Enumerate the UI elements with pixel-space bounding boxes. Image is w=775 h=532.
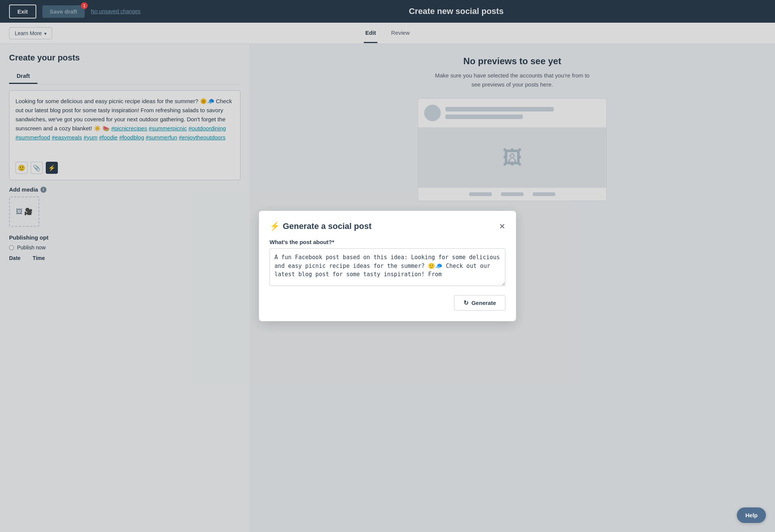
modal-title-text: Generate a social post	[283, 221, 372, 231]
modal-title: ⚡ Generate a social post	[270, 221, 372, 231]
generate-label: Generate	[471, 300, 496, 306]
modal-overlay: ⚡ Generate a social post ✕ What's the po…	[0, 0, 775, 532]
generate-button[interactable]: Generate	[454, 295, 505, 311]
refresh-icon	[463, 299, 468, 306]
modal-close-button[interactable]: ✕	[499, 223, 505, 230]
modal-question-label: What's the post about?*	[270, 239, 505, 245]
modal-footer: Generate	[270, 295, 505, 311]
help-button[interactable]: Help	[737, 507, 766, 523]
modal-title-row: ⚡ Generate a social post ✕	[270, 221, 505, 231]
lightning-icon: ⚡	[270, 221, 280, 231]
generate-modal: ⚡ Generate a social post ✕ What's the po…	[259, 211, 516, 321]
modal-textarea[interactable]	[270, 248, 505, 286]
